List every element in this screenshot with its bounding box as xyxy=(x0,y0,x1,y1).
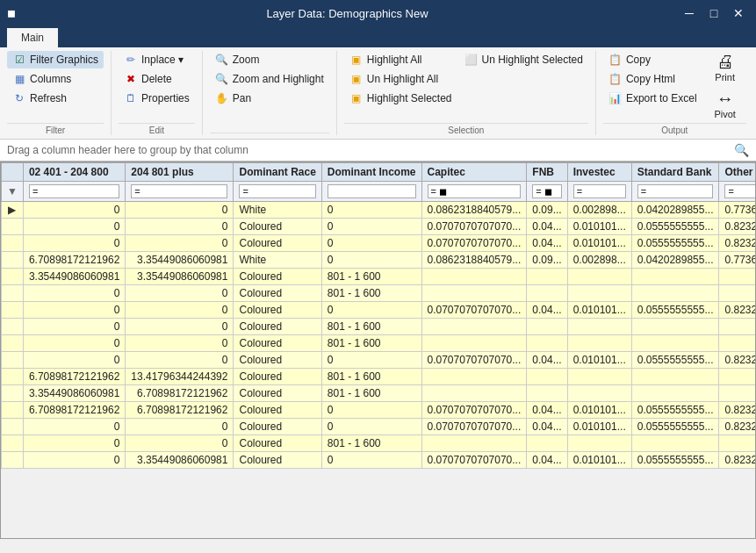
table-cell xyxy=(2,369,24,385)
refresh-button[interactable]: ↻ Refresh xyxy=(7,90,104,107)
tab-main[interactable]: Main xyxy=(7,26,58,47)
table-cell xyxy=(631,285,719,302)
table-cell: 0.823232323232323 xyxy=(719,452,756,469)
ribbon-content: ☑ Filter Graphics ▦ Columns ↻ Refresh Fi… xyxy=(0,47,756,139)
pivot-button[interactable]: ↔ Pivot xyxy=(704,88,746,123)
table-cell: 0.0555555555... xyxy=(631,402,719,419)
table-cell: 0 xyxy=(321,219,421,235)
table-row[interactable]: 00Coloured00.0707070707070...0.04...0.01… xyxy=(2,419,757,435)
col-fnb[interactable]: FNB xyxy=(527,163,567,182)
title-bar: ◼ Layer Data: Demographics New ─ □ ✕ xyxy=(0,0,756,26)
selection-group-label: Selection xyxy=(344,123,588,135)
filter-fnb xyxy=(527,182,567,202)
table-row[interactable]: 3.354490860609813.35449086060981Coloured… xyxy=(2,269,757,285)
table-cell: 0 xyxy=(23,335,125,352)
un-highlight-all-button[interactable]: ▣ Un Highlight All xyxy=(344,70,457,88)
table-row[interactable]: 00Coloured00.0707070707070...0.04...0.01… xyxy=(2,235,757,252)
columns-button[interactable]: ▦ Columns xyxy=(7,70,104,88)
table-cell: 0.0420289855... xyxy=(631,252,719,269)
table-cell: 0 xyxy=(321,302,421,319)
highlight-selected-icon: ▣ xyxy=(349,91,364,105)
table-cell xyxy=(2,269,24,285)
maximize-button[interactable]: □ xyxy=(703,3,724,24)
table-row[interactable]: 00Coloured801 - 1 600 xyxy=(2,435,757,452)
table-row[interactable]: 00Coloured801 - 1 600 xyxy=(2,335,757,352)
table-cell: Coloured xyxy=(234,319,321,335)
table-cell: 0 xyxy=(321,202,421,219)
filter-capitec-input[interactable] xyxy=(428,184,522,198)
highlight-all-button[interactable]: ▣ Highlight All xyxy=(344,51,457,68)
ribbon-group-selection: ▣ Highlight All ▣ Un Highlight All ▣ Hig… xyxy=(337,51,596,135)
table-cell: 0.0555555555... xyxy=(631,352,719,369)
print-button[interactable]: 🖨 Print xyxy=(704,51,746,86)
table-row[interactable]: 00Coloured801 - 1 600 xyxy=(2,285,757,302)
table-cell: 801 - 1 600 xyxy=(321,435,421,452)
filter-fnb-input[interactable] xyxy=(532,184,561,198)
table-row[interactable]: 00Coloured801 - 1 600 xyxy=(2,319,757,335)
table-row[interactable]: 00Coloured00.0707070707070...0.04...0.01… xyxy=(2,219,757,235)
filter-graphics-button[interactable]: ☑ Filter Graphics xyxy=(7,51,104,68)
table-cell: 0.0555555555... xyxy=(631,219,719,235)
table-row[interactable]: 6.708981721219626.70898172121962Coloured… xyxy=(2,402,757,419)
filter-race-input[interactable] xyxy=(239,184,315,198)
table-cell: 3.35449086060981 xyxy=(126,452,234,469)
col-02401[interactable]: 02 401 - 204 800 xyxy=(23,163,125,182)
table-cell: 0.773671497584541 xyxy=(719,252,756,269)
inplace-button[interactable]: ✏ Inplace ▾ xyxy=(119,51,195,68)
export-to-excel-button[interactable]: 📊 Export to Excel xyxy=(603,90,702,107)
filter-stdbank-input[interactable] xyxy=(637,184,714,198)
col-204801[interactable]: 204 801 plus xyxy=(126,163,234,182)
table-row[interactable]: 00Coloured00.0707070707070...0.04...0.01… xyxy=(2,352,757,369)
table-cell xyxy=(421,319,527,335)
zoom-button[interactable]: 🔍 Zoom xyxy=(210,51,329,68)
un-highlight-selected-button[interactable]: ⬜ Un Highlight Selected xyxy=(459,51,588,68)
table-cell xyxy=(567,385,631,402)
filter-204801 xyxy=(126,182,234,202)
filter-204801-input[interactable] xyxy=(131,184,227,198)
table-cell: 0.0707070707070... xyxy=(421,352,527,369)
table-cell: White xyxy=(234,202,321,219)
table-cell xyxy=(527,285,567,302)
table-row[interactable]: 03.35449086060981Coloured00.070707070707… xyxy=(2,452,757,469)
filter-graphics-icon: ☑ xyxy=(12,53,26,67)
table-cell: 0.010101... xyxy=(567,452,631,469)
table-row[interactable]: 6.708981721219623.35449086060981White00.… xyxy=(2,252,757,269)
table-cell: 0.0420289855... xyxy=(631,202,719,219)
col-investec[interactable]: Investec xyxy=(567,163,631,182)
table-cell: 0.0555555555... xyxy=(631,452,719,469)
table-cell xyxy=(631,269,719,285)
copy-html-button[interactable]: 📋 Copy Html xyxy=(603,70,702,88)
col-capitec[interactable]: Capitec xyxy=(421,163,527,182)
col-other-banks[interactable]: Other Banks Or None xyxy=(719,163,756,182)
table-cell: 3.35449086060981 xyxy=(23,385,125,402)
table-row[interactable]: ▶00White00.0862318840579...0.09...0.0028… xyxy=(2,202,757,219)
filter-02401-input[interactable] xyxy=(29,184,119,198)
search-icon[interactable]: 🔍 xyxy=(734,143,749,157)
table-cell: 0.773671497584541 xyxy=(719,202,756,219)
copy-button[interactable]: 📋 Copy xyxy=(603,51,702,68)
table-cell: 801 - 1 600 xyxy=(321,319,421,335)
pan-button[interactable]: ✋ Pan xyxy=(210,90,329,107)
table-row[interactable]: 3.354490860609816.70898172121962Coloured… xyxy=(2,385,757,402)
table-cell xyxy=(421,435,527,452)
table-cell: 0.04... xyxy=(527,452,567,469)
table-row[interactable]: 6.7089817212196213.41796344244392Coloure… xyxy=(2,369,757,385)
table-cell: 0.09... xyxy=(527,202,567,219)
filter-other-input[interactable] xyxy=(724,184,756,198)
zoom-highlight-button[interactable]: 🔍 Zoom and Highlight xyxy=(210,70,329,88)
data-table-container[interactable]: 02 401 - 204 800 204 801 plus Dominant R… xyxy=(0,162,756,539)
table-cell: 0.0707070707070... xyxy=(421,235,527,252)
close-button[interactable]: ✕ xyxy=(728,3,749,24)
filter-income-input[interactable] xyxy=(328,184,416,198)
table-cell xyxy=(527,269,567,285)
highlight-selected-button[interactable]: ▣ Highlight Selected xyxy=(344,90,457,107)
table-row[interactable]: 00Coloured00.0707070707070...0.04...0.01… xyxy=(2,302,757,319)
table-cell: 6.70898172121962 xyxy=(23,252,125,269)
col-dominant-income[interactable]: Dominant Income xyxy=(321,163,421,182)
filter-investec-input[interactable] xyxy=(573,184,626,198)
minimize-button[interactable]: ─ xyxy=(679,3,700,24)
delete-button[interactable]: ✖ Delete xyxy=(119,70,195,88)
col-standard-bank[interactable]: Standard Bank xyxy=(631,163,719,182)
col-dominant-race[interactable]: Dominant Race xyxy=(234,163,321,182)
properties-button[interactable]: 🗒 Properties xyxy=(119,90,195,107)
